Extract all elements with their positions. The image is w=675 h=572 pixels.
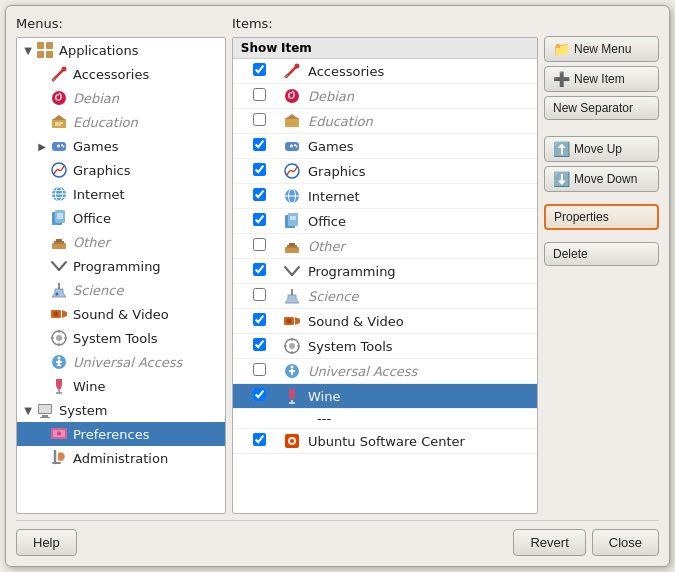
revert-button[interactable]: Revert [513, 529, 585, 556]
show-checkbox-universal-access[interactable] [237, 363, 281, 379]
show-checkbox-system-tools[interactable] [237, 338, 281, 354]
sidebar-item-debian[interactable]: Debian [17, 86, 225, 110]
move-up-button[interactable]: ⬆️ Move Up [544, 136, 659, 162]
delete-label: Delete [553, 247, 588, 261]
menus-tree: ▼ Applications Accessories [16, 37, 226, 514]
universal-access-list-icon [281, 361, 303, 381]
svg-rect-55 [40, 417, 50, 418]
sidebar-item-science[interactable]: Science [17, 278, 225, 302]
close-button[interactable]: Close [592, 529, 659, 556]
list-item[interactable]: Internet [233, 184, 537, 209]
move-down-icon: ⬇️ [553, 171, 570, 187]
games-item-label: Games [308, 139, 353, 154]
list-item[interactable]: Universal Access [233, 359, 537, 384]
games-icon [49, 136, 69, 156]
show-checkbox-other[interactable] [237, 238, 281, 254]
svg-rect-2 [37, 51, 44, 58]
properties-button[interactable]: Properties [544, 204, 659, 230]
show-checkbox-usc[interactable] [237, 433, 281, 449]
new-menu-button[interactable]: 📁 New Menu [544, 36, 659, 62]
preferences-label: Preferences [73, 427, 149, 442]
sidebar-item-education[interactable]: Education [17, 110, 225, 134]
list-item[interactable]: Education [233, 109, 537, 134]
sidebar-item-games[interactable]: ▶ Games [17, 134, 225, 158]
sidebar-item-administration[interactable]: Administration [17, 446, 225, 470]
administration-icon [49, 448, 69, 468]
system-tools-list-icon [281, 336, 303, 356]
sidebar-item-system[interactable]: ▼ System [17, 398, 225, 422]
svg-point-42 [51, 337, 53, 339]
show-checkbox-office[interactable] [237, 213, 281, 229]
list-item[interactable]: Other [233, 234, 537, 259]
svg-point-103 [290, 439, 294, 443]
show-checkbox-internet[interactable] [237, 188, 281, 204]
show-checkbox-sound-video[interactable] [237, 313, 281, 329]
sidebar-item-preferences[interactable]: Preferences [17, 422, 225, 446]
universal-access-item-label: Universal Access [308, 364, 417, 379]
sidebar-item-graphics[interactable]: Graphics [17, 158, 225, 182]
sidebar-item-applications[interactable]: ▼ Applications [17, 38, 225, 62]
help-button[interactable]: Help [16, 529, 77, 556]
new-separator-button[interactable]: New Separator [544, 96, 659, 120]
show-checkbox-programming[interactable] [237, 263, 281, 279]
science-label: Science [73, 283, 123, 298]
show-checkbox-education[interactable] [237, 113, 281, 129]
system-tools-icon [49, 328, 69, 348]
svg-marker-9 [52, 115, 66, 120]
separator-label: --- [317, 411, 331, 426]
list-item[interactable]: System Tools [233, 334, 537, 359]
system-tools-item-label: System Tools [308, 339, 393, 354]
list-item[interactable]: Ubuntu Software Center [233, 429, 537, 454]
show-checkbox-wine[interactable] [237, 388, 281, 404]
svg-rect-3 [46, 51, 53, 58]
list-item[interactable]: Sound & Video [233, 309, 537, 334]
list-item[interactable]: Office [233, 209, 537, 234]
svg-rect-30 [56, 239, 62, 242]
show-checkbox-accessories[interactable] [237, 63, 281, 79]
list-item[interactable]: Wine [233, 384, 537, 409]
list-item[interactable]: Programming [233, 259, 537, 284]
list-item[interactable]: Games [233, 134, 537, 159]
graphics-label: Graphics [73, 163, 130, 178]
education-list-icon [281, 111, 303, 131]
list-item-separator[interactable]: --- [233, 409, 537, 429]
accessories-icon [49, 64, 69, 84]
show-checkbox-debian[interactable] [237, 88, 281, 104]
footer: Help Revert Close [16, 520, 659, 556]
delete-button[interactable]: Delete [544, 242, 659, 266]
sidebar-item-other[interactable]: Other [17, 230, 225, 254]
sidebar-item-internet[interactable]: Internet [17, 182, 225, 206]
items-list: Show Item Accessories Debian [232, 37, 538, 514]
sidebar-item-sound-video[interactable]: Sound & Video [17, 302, 225, 326]
wine-icon [49, 376, 69, 396]
wine-list-icon [281, 386, 303, 406]
sidebar-item-universal-access[interactable]: Universal Access [17, 350, 225, 374]
svg-point-37 [54, 312, 59, 317]
universal-access-icon [49, 352, 69, 372]
education-item-label: Education [308, 114, 373, 129]
show-checkbox-graphics[interactable] [237, 163, 281, 179]
list-item[interactable]: Debian [233, 84, 537, 109]
sidebar-item-programming[interactable]: Programming [17, 254, 225, 278]
svg-point-15 [61, 144, 63, 146]
programming-label: Programming [73, 259, 161, 274]
sound-video-label: Sound & Video [73, 307, 169, 322]
show-checkbox-science[interactable] [237, 288, 281, 304]
expand-games-icon: ▶ [35, 141, 49, 152]
list-item[interactable]: Graphics [233, 159, 537, 184]
accessories-label: Accessories [73, 67, 149, 82]
list-item[interactable]: Science [233, 284, 537, 309]
menus-panel: Menus: ▼ Applications Accessories [16, 16, 226, 514]
sidebar-item-system-tools[interactable]: System Tools [17, 326, 225, 350]
sidebar-item-accessories[interactable]: Accessories [17, 62, 225, 86]
new-menu-icon: 📁 [553, 41, 570, 57]
sidebar-item-wine[interactable]: Wine [17, 374, 225, 398]
svg-point-93 [284, 345, 286, 347]
svg-point-58 [57, 432, 61, 436]
new-item-button[interactable]: ➕ New Item [544, 66, 659, 92]
show-checkbox-games[interactable] [237, 138, 281, 154]
sidebar-item-office[interactable]: Office [17, 206, 225, 230]
move-down-button[interactable]: ⬇️ Move Down [544, 166, 659, 192]
move-up-label: Move Up [574, 142, 622, 156]
list-item[interactable]: Accessories [233, 59, 537, 84]
